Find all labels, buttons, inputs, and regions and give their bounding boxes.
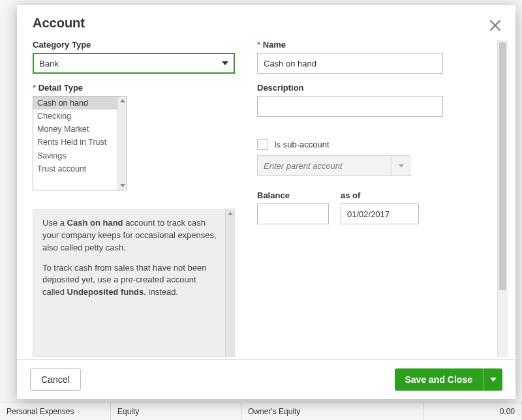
bg-cell: 0.00 (424, 402, 522, 420)
category-type-value: Bank (39, 59, 59, 68)
detail-type-option[interactable]: Savings (33, 149, 117, 162)
name-input[interactable] (257, 53, 443, 74)
name-label: Name (257, 40, 495, 50)
save-dropdown-button[interactable] (483, 368, 502, 391)
parent-account-input (257, 155, 392, 176)
bg-cell: Equity (111, 402, 241, 420)
background-table-row: Personal Expenses Equity Owner's Equity … (0, 402, 522, 420)
bg-cell: Personal Expenses (0, 402, 111, 420)
detail-type-listbox[interactable]: Cash on handCheckingMoney MarketRents He… (33, 96, 127, 190)
chevron-down-icon (399, 164, 404, 168)
detail-type-option[interactable]: Money Market (33, 123, 117, 136)
category-type-label: Category Type (33, 40, 235, 50)
chevron-down-icon (222, 61, 228, 65)
balance-label: Balance (257, 190, 329, 200)
modal-scrollbar[interactable] (497, 40, 508, 357)
as-of-label: as of (341, 190, 419, 200)
is-sub-account-checkbox[interactable] (257, 139, 268, 150)
help-panel: Use a Cash on hand account to track cash… (33, 209, 235, 357)
detail-type-option[interactable]: Cash on hand (33, 97, 117, 110)
detail-type-option[interactable]: Checking (33, 110, 117, 123)
help-scrollbar[interactable] (225, 209, 234, 356)
modal-body: Category Type Bank Detail Type Cash on h… (17, 33, 515, 359)
account-modal: Account Category Type Bank Detail Type C… (17, 5, 515, 399)
modal-header: Account (17, 5, 515, 33)
detail-type-option[interactable]: Trust account (33, 162, 117, 175)
close-button[interactable] (487, 17, 504, 34)
description-label: Description (257, 83, 495, 93)
bg-cell: Owner's Equity (241, 402, 424, 420)
detail-type-label: Detail Type (33, 83, 235, 93)
chevron-down-icon (490, 378, 497, 382)
save-and-close-button[interactable]: Save and Close (395, 368, 484, 391)
scrollbar-thumb[interactable] (499, 42, 506, 290)
is-sub-account-label: Is sub-account (274, 140, 330, 149)
help-text: Use a Cash on hand account to track cash… (42, 217, 225, 299)
balance-input[interactable] (257, 203, 329, 224)
description-input[interactable] (257, 96, 443, 117)
detail-type-option[interactable]: Rents Held in Trust (33, 136, 117, 149)
parent-account-dropdown (392, 155, 410, 176)
as-of-input[interactable] (341, 203, 419, 224)
modal-footer: Cancel Save and Close (17, 359, 515, 399)
modal-title: Account (33, 16, 500, 31)
listbox-scrollbar[interactable] (117, 97, 127, 190)
cancel-button[interactable]: Cancel (30, 368, 81, 391)
close-icon (487, 17, 504, 34)
category-type-select[interactable]: Bank (33, 53, 235, 74)
